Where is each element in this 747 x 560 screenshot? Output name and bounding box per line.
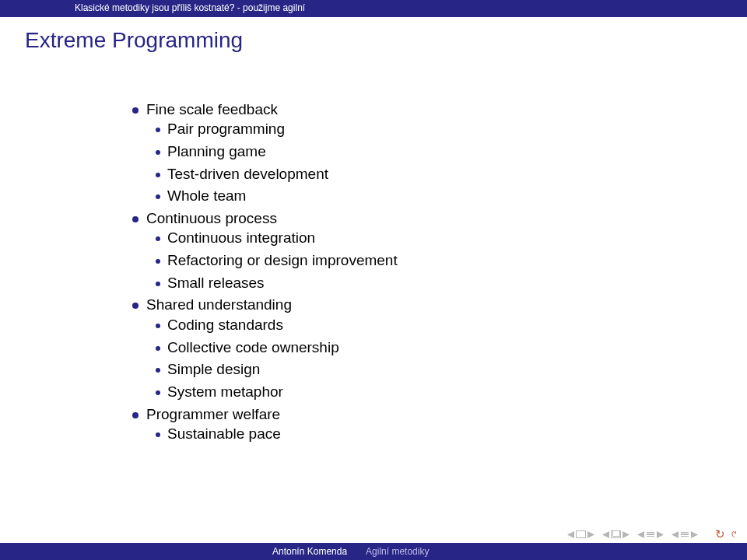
subsection-icon: [681, 532, 689, 537]
redo-icon[interactable]: ↻: [715, 527, 725, 541]
slide-title: Extreme Programming: [0, 17, 747, 53]
list-item: Sustainable pace: [156, 424, 747, 444]
section-icon: [647, 532, 654, 537]
slide-content: Fine scale feedback Pair programming Pla…: [0, 53, 747, 444]
prev-section-icon[interactable]: [637, 531, 644, 538]
list-item: Test-driven development: [156, 164, 747, 184]
slide-footer: Antonín Komenda Agilní metodiky: [0, 543, 747, 560]
svg-marker-3: [602, 531, 609, 538]
list-item: Small releases: [156, 273, 747, 293]
footer-author: Antonín Komenda: [0, 546, 366, 557]
svg-rect-5: [613, 530, 620, 537]
nav-frame-group[interactable]: [602, 530, 630, 538]
prev-frame-icon[interactable]: [602, 531, 609, 538]
list-label: Shared understanding: [146, 296, 292, 313]
list-item: Pair programming: [156, 119, 747, 139]
footer-topic: Agilní metodiky: [366, 546, 429, 557]
svg-marker-8: [657, 531, 664, 538]
nav-slide-group[interactable]: [567, 530, 594, 538]
list-item: Whole team: [156, 186, 747, 206]
list-item: Simple design: [156, 359, 747, 380]
list-item: Shared understanding Coding standards Co…: [132, 295, 747, 401]
list-item: Coding standards: [156, 315, 747, 335]
frame-icon: [611, 530, 621, 538]
beamer-nav: ↻ ୯: [567, 527, 736, 541]
svg-marker-7: [637, 531, 644, 538]
list-item: Continuous integration: [156, 228, 747, 248]
next-section-icon[interactable]: [657, 531, 664, 538]
svg-rect-1: [577, 531, 586, 538]
list-item: Planning game: [156, 142, 747, 162]
svg-marker-9: [672, 531, 679, 538]
list-label: Continuous process: [146, 210, 277, 226]
svg-marker-10: [691, 531, 698, 538]
list-item: System metaphor: [156, 382, 747, 402]
list-item: Fine scale feedback Pair programming Pla…: [132, 100, 747, 206]
prev-slide-icon[interactable]: [567, 531, 574, 538]
search-nav-icon[interactable]: ୯: [731, 528, 736, 541]
svg-marker-0: [567, 531, 574, 538]
nav-section-group[interactable]: [637, 531, 664, 538]
list-item: Programmer welfare Sustainable pace: [132, 404, 747, 444]
next-subsection-icon[interactable]: [691, 531, 698, 538]
list-item: Continuous process Continuous integratio…: [132, 208, 747, 293]
list-item: Collective code ownership: [156, 338, 747, 358]
svg-marker-2: [587, 531, 594, 538]
list-label: Programmer welfare: [146, 406, 280, 422]
prev-subsection-icon[interactable]: [672, 531, 679, 538]
nav-subsection-group[interactable]: [672, 531, 698, 538]
header-text: Klasické metodiky jsou příliš kostnaté? …: [75, 2, 305, 13]
list-label: Fine scale feedback: [146, 101, 278, 117]
next-frame-icon[interactable]: [622, 531, 630, 538]
list-item: Refactoring or design improvement: [156, 250, 747, 271]
next-slide-icon[interactable]: [587, 531, 594, 538]
slide-icon: [576, 530, 586, 538]
svg-marker-6: [622, 531, 630, 538]
slide-header: Klasické metodiky jsou příliš kostnaté? …: [0, 0, 747, 17]
outline-list: Fine scale feedback Pair programming Pla…: [132, 100, 747, 444]
